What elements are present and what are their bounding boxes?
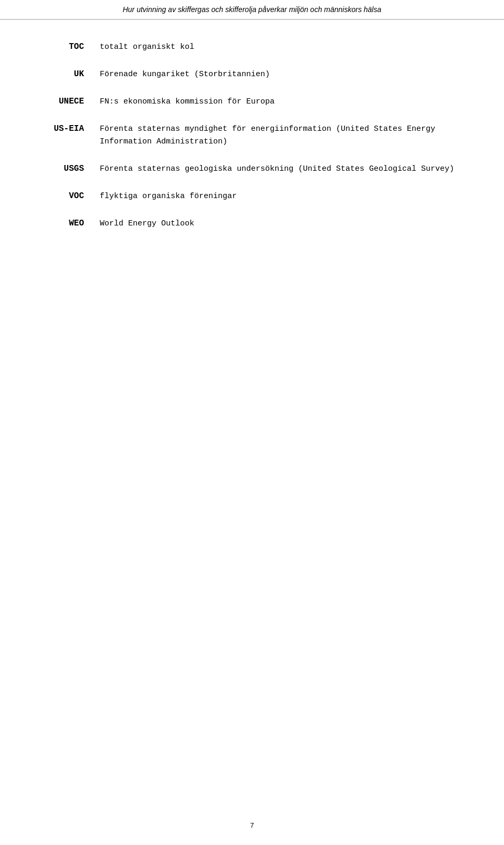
abbr-entry-uk: UK Förenade kungariket (Storbritannien) (32, 68, 472, 81)
abbr-entry-usgs: USGS Förenta staternas geologiska unders… (32, 163, 472, 176)
abbr-entry-weo: WEO World Energy Outlook (32, 218, 472, 230)
abbr-def-unece: FN:s ekonomiska kommission för Europa (100, 96, 472, 108)
main-content: TOC totalt organiskt kol UK Förenade kun… (0, 20, 504, 276)
abbr-def-uk: Förenade kungariket (Storbritannien) (100, 68, 472, 81)
abbr-term-voc: VOC (32, 190, 100, 201)
abbr-entry-useia: US-EIA Förenta staternas myndighet för e… (32, 123, 472, 148)
abbr-def-usgs: Förenta staternas geologiska undersöknin… (100, 163, 472, 176)
abbr-term-uk: UK (32, 68, 100, 79)
abbr-entry-unece: UNECE FN:s ekonomiska kommission för Eur… (32, 96, 472, 108)
abbr-entry-toc: TOC totalt organiskt kol (32, 41, 472, 54)
abbr-term-usgs: USGS (32, 163, 100, 173)
page-number: 7 (250, 821, 254, 829)
abbr-entry-voc: VOC flyktiga organiska föreningar (32, 190, 472, 203)
abbr-def-toc: totalt organiskt kol (100, 41, 472, 54)
page-header: Hur utvinning av skiffergas och skiffero… (0, 0, 504, 20)
abbr-term-weo: WEO (32, 218, 100, 228)
abbr-term-unece: UNECE (32, 96, 100, 106)
abbr-term-useia: US-EIA (32, 123, 100, 133)
abbr-def-useia: Förenta staternas myndighet för energiin… (100, 123, 472, 148)
abbr-term-toc: TOC (32, 41, 100, 51)
header-title: Hur utvinning av skiffergas och skiffero… (123, 5, 382, 14)
abbr-def-weo: World Energy Outlook (100, 218, 472, 230)
abbr-def-voc: flyktiga organiska föreningar (100, 190, 472, 203)
